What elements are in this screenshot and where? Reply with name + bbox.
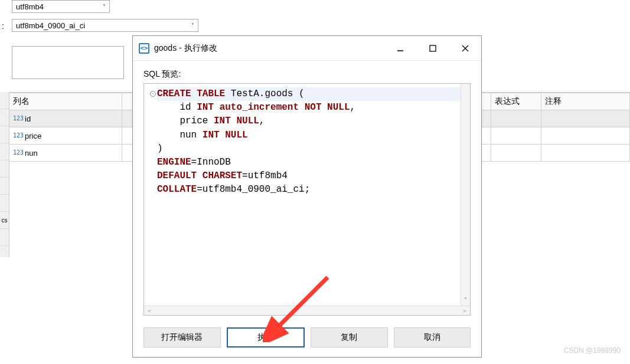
- svg-rect-1: [430, 45, 436, 51]
- col-name: price: [25, 132, 41, 140]
- chevron-down-icon: ˅: [103, 4, 106, 10]
- dialog-button-row: 打开编辑器 执行 复制 取消: [133, 322, 481, 357]
- type-badge: 123: [13, 115, 24, 122]
- chevron-down-icon: ˅: [464, 297, 467, 303]
- col-name: nun: [25, 149, 38, 158]
- sql-preview-label: SQL 预览:: [143, 69, 471, 80]
- type-badge: 123: [13, 149, 24, 156]
- sql-file-icon: <>: [139, 43, 149, 54]
- th-comment[interactable]: 注释: [541, 93, 630, 110]
- charset-combo-value: utf8mb4: [16, 2, 44, 11]
- th-column-name[interactable]: 列名: [9, 93, 122, 110]
- vertical-scrollbar[interactable]: ˅: [461, 84, 470, 306]
- dialog-title: goods - 执行修改: [154, 43, 384, 54]
- open-editor-button[interactable]: 打开编辑器: [143, 327, 221, 347]
- execute-changes-dialog: <> goods - 执行修改 SQL 预览: −CREATE TABLE Te…: [132, 35, 482, 358]
- col-name: id: [25, 114, 31, 123]
- type-badge: 123: [13, 132, 24, 139]
- execute-button[interactable]: 执行: [227, 327, 305, 347]
- cancel-button[interactable]: 取消: [394, 327, 471, 347]
- horizontal-scrollbar[interactable]: ＜ ＞: [144, 306, 470, 315]
- maximize-button[interactable]: [416, 36, 449, 60]
- fold-collapse-icon[interactable]: −: [150, 91, 156, 97]
- table-row-gutter: cs: [0, 92, 9, 257]
- collation-combo-value: utf8mb4_0900_ai_ci: [16, 21, 85, 30]
- side-tab-label: cs: [0, 212, 9, 229]
- collation-combo[interactable]: utf8mb4_0900_ai_ci ˅: [12, 19, 198, 32]
- collation-label: :: [2, 21, 4, 31]
- chevron-left-icon: ＜: [146, 307, 152, 315]
- watermark: CSDN @1988990: [564, 346, 621, 355]
- close-button[interactable]: [449, 36, 481, 60]
- chevron-down-icon: ˅: [191, 22, 194, 29]
- copy-button[interactable]: 复制: [311, 327, 388, 347]
- sql-preview-box[interactable]: −CREATE TABLE TestA.goods ( id INT auto_…: [143, 83, 471, 316]
- sql-text[interactable]: −CREATE TABLE TestA.goods ( id INT auto_…: [144, 84, 470, 306]
- dialog-title-bar[interactable]: <> goods - 执行修改: [133, 36, 481, 61]
- th-expression[interactable]: 表达式: [491, 93, 541, 110]
- chevron-right-icon: ＞: [462, 307, 468, 315]
- minimize-button[interactable]: [384, 36, 416, 60]
- comment-textarea[interactable]: [12, 46, 124, 79]
- charset-combo[interactable]: utf8mb4 ˅: [12, 0, 110, 13]
